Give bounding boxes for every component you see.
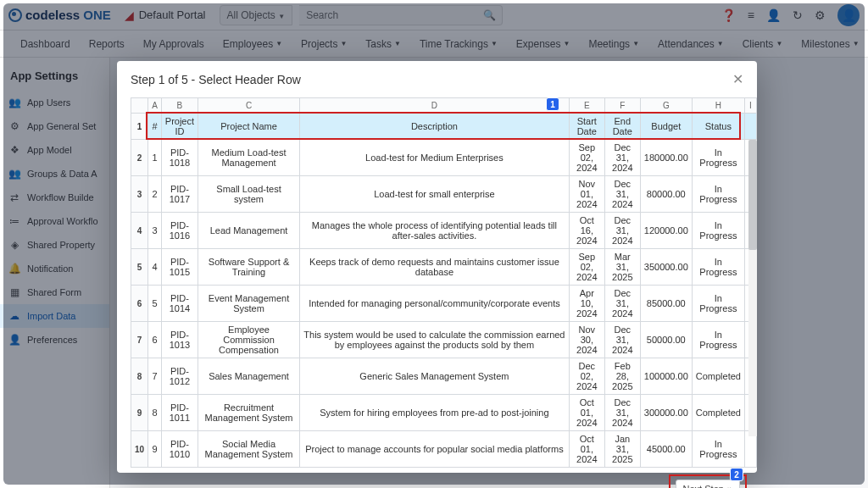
header-row[interactable]: 1#Project IDProject NameDescriptionStart… bbox=[131, 114, 757, 140]
cell: 300000.00 bbox=[640, 395, 692, 431]
cell: PID-1010 bbox=[161, 431, 198, 468]
cell: Medium Load-test Management bbox=[198, 140, 300, 176]
cell: Dec 31, 2024 bbox=[604, 140, 640, 176]
cell: PID-1014 bbox=[161, 286, 198, 322]
cell: 2 bbox=[148, 176, 162, 213]
table-row[interactable]: 76PID-1013Employee Commission Compensati… bbox=[131, 322, 757, 358]
row-number[interactable]: 6 bbox=[131, 286, 148, 322]
cell: Jan 31, 2025 bbox=[604, 431, 640, 468]
cell: Nov 01, 2024 bbox=[569, 176, 604, 213]
row-number[interactable]: 5 bbox=[131, 249, 148, 286]
cell: Keeps track of demo requests and maintai… bbox=[300, 249, 570, 286]
header-cell[interactable]: Budget bbox=[640, 114, 692, 140]
cell: In Progress bbox=[692, 249, 744, 286]
col-letter[interactable]: G bbox=[640, 98, 692, 114]
modal-title: Step 1 of 5 - Select Header Row bbox=[131, 73, 301, 86]
cell: Oct 01, 2024 bbox=[569, 431, 604, 468]
data-sheet[interactable]: ABCDEFGHI1#Project IDProject NameDescrip… bbox=[131, 97, 757, 468]
table-row[interactable]: 109PID-1010Social Media Management Syste… bbox=[131, 431, 757, 468]
cell: Dec 31, 2024 bbox=[604, 395, 640, 431]
cell: 9 bbox=[148, 431, 162, 468]
cell: Intended for managing personal/community… bbox=[300, 286, 570, 322]
cell: Oct 01, 2024 bbox=[569, 395, 604, 431]
col-letter[interactable]: A bbox=[148, 98, 162, 114]
vertical-scrollbar[interactable] bbox=[748, 140, 757, 436]
row-number[interactable]: 2 bbox=[131, 140, 148, 176]
cell: This system would be used to calculate t… bbox=[300, 322, 570, 358]
cell: 7 bbox=[148, 358, 162, 395]
cell: 50000.00 bbox=[640, 322, 692, 358]
col-letter[interactable]: E bbox=[569, 98, 604, 114]
cell: Nov 30, 2024 bbox=[569, 322, 604, 358]
row-number[interactable]: 4 bbox=[131, 213, 148, 249]
row-number[interactable]: 8 bbox=[131, 358, 148, 395]
cell: 80000.00 bbox=[640, 176, 692, 213]
cell: Dec 02, 2024 bbox=[569, 358, 604, 395]
table-row[interactable]: 43PID-1016Lead ManagementManages the who… bbox=[131, 213, 757, 249]
cell: In Progress bbox=[692, 431, 744, 468]
sheet-wrap: ABCDEFGHI1#Project IDProject NameDescrip… bbox=[131, 97, 757, 468]
cell: 6 bbox=[148, 322, 162, 358]
import-modal: Step 1 of 5 - Select Header Row ✕ ABCDEF… bbox=[117, 61, 757, 473]
cell: Manages the whole process of identifying… bbox=[300, 213, 570, 249]
cell: Dec 31, 2024 bbox=[604, 213, 640, 249]
cell: Recruitment Management System bbox=[198, 395, 300, 431]
cell: Generic Sales Management System bbox=[300, 358, 570, 395]
header-cell[interactable]: Project Name bbox=[198, 114, 300, 140]
cell: In Progress bbox=[692, 322, 744, 358]
col-letter[interactable]: F bbox=[604, 98, 640, 114]
cell: Dec 31, 2024 bbox=[604, 322, 640, 358]
table-row[interactable]: 65PID-1014Event Management SystemIntende… bbox=[131, 286, 757, 322]
row-number[interactable]: 3 bbox=[131, 176, 148, 213]
header-cell[interactable]: # bbox=[148, 114, 162, 140]
next-step-button[interactable]: Next Step » bbox=[676, 480, 740, 488]
cell: Oct 16, 2024 bbox=[569, 213, 604, 249]
cell: PID-1011 bbox=[161, 395, 198, 431]
cell: In Progress bbox=[692, 213, 744, 249]
cell: Mar 31, 2025 bbox=[604, 249, 640, 286]
cell: PID-1018 bbox=[161, 140, 198, 176]
header-cell[interactable]: Description bbox=[300, 114, 570, 140]
table-row[interactable]: 32PID-1017Small Load-test systemLoad-tes… bbox=[131, 176, 757, 213]
cell: 1 bbox=[148, 140, 162, 176]
cell: Dec 31, 2024 bbox=[604, 176, 640, 213]
cell: Project to manage accounts for popular s… bbox=[300, 431, 570, 468]
cell: Lead Management bbox=[198, 213, 300, 249]
header-cell[interactable] bbox=[744, 114, 756, 140]
next-step-label: Next Step bbox=[683, 484, 724, 488]
row-number[interactable]: 7 bbox=[131, 322, 148, 358]
chevron-right-icon: » bbox=[727, 484, 732, 488]
cell: 350000.00 bbox=[640, 249, 692, 286]
cell: PID-1015 bbox=[161, 249, 198, 286]
cell: 45000.00 bbox=[640, 431, 692, 468]
cell: Social Media Management System bbox=[198, 431, 300, 468]
modal-header: Step 1 of 5 - Select Header Row ✕ bbox=[117, 61, 757, 97]
col-letter[interactable]: I bbox=[744, 98, 756, 114]
col-letter[interactable]: C bbox=[198, 98, 300, 114]
table-row[interactable]: 98PID-1011Recruitment Management SystemS… bbox=[131, 395, 757, 431]
cell: Sep 02, 2024 bbox=[569, 249, 604, 286]
header-cell[interactable]: Status bbox=[692, 114, 744, 140]
col-letter[interactable]: B bbox=[161, 98, 198, 114]
cell: 85000.00 bbox=[640, 286, 692, 322]
cell: Completed bbox=[692, 358, 744, 395]
header-cell[interactable]: Start Date bbox=[569, 114, 604, 140]
row-number[interactable]: 10 bbox=[131, 431, 148, 468]
table-row[interactable]: 21PID-1018Medium Load-test ManagementLoa… bbox=[131, 140, 757, 176]
col-letter[interactable]: D bbox=[300, 98, 570, 114]
table-row[interactable]: 54PID-1015Software Support & TrainingKee… bbox=[131, 249, 757, 286]
scroll-thumb[interactable] bbox=[748, 140, 757, 250]
table-row[interactable]: 87PID-1012Sales ManagementGeneric Sales … bbox=[131, 358, 757, 395]
cell: Small Load-test system bbox=[198, 176, 300, 213]
cell: In Progress bbox=[692, 286, 744, 322]
header-cell[interactable]: End Date bbox=[604, 114, 640, 140]
col-letter[interactable]: H bbox=[692, 98, 744, 114]
cell: PID-1016 bbox=[161, 213, 198, 249]
cell: Load-test for small enterprise bbox=[300, 176, 570, 213]
row-number[interactable]: 9 bbox=[131, 395, 148, 431]
cell: PID-1013 bbox=[161, 322, 198, 358]
header-cell[interactable]: Project ID bbox=[161, 114, 198, 140]
cell: 120000.00 bbox=[640, 213, 692, 249]
close-icon[interactable]: ✕ bbox=[732, 71, 743, 87]
cell: Sales Management bbox=[198, 358, 300, 395]
